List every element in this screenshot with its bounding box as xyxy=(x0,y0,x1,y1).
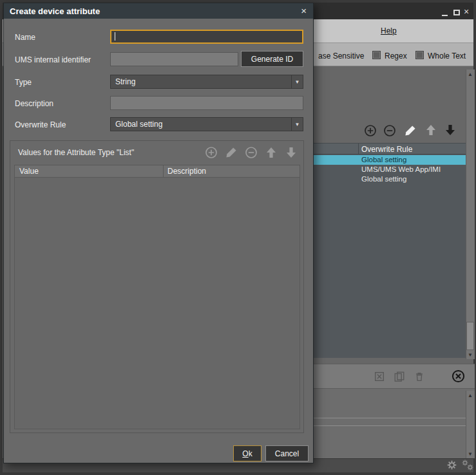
type-selected-value: String xyxy=(115,77,135,86)
cancel-label: Cancel xyxy=(275,449,299,458)
dialog-close-icon[interactable]: × xyxy=(301,5,307,16)
overwrite-rule-label: Overwrite Rule xyxy=(15,120,66,129)
table-row[interactable]: Global setting xyxy=(314,155,466,165)
overwrite-rule-select[interactable]: Global setting ▼ xyxy=(110,117,303,131)
delete-trash-icon[interactable] xyxy=(414,371,425,382)
generate-id-button[interactable]: Generate ID xyxy=(241,51,303,67)
name-label: Name xyxy=(15,33,35,42)
screen: × Help ase Sensitive Regex Whole Text O xyxy=(0,0,476,475)
chevron-down-icon[interactable]: ▼ xyxy=(291,118,303,131)
ums-identifier-input[interactable] xyxy=(110,52,238,66)
scrollbar-thumb[interactable] xyxy=(466,322,474,350)
ok-label: Ok xyxy=(242,449,252,458)
remove-icon[interactable] xyxy=(383,124,396,137)
overwrite-rule-column-header[interactable]: Overwrite Rule xyxy=(361,145,412,154)
edit-value-pencil-icon[interactable] xyxy=(225,146,238,159)
scrollbar[interactable] xyxy=(466,70,475,359)
column-divider[interactable] xyxy=(163,165,164,177)
move-up-icon[interactable] xyxy=(424,124,437,136)
ums-identifier-label: UMS internal identifier xyxy=(15,55,91,64)
help-button[interactable]: Help xyxy=(381,26,397,35)
generate-id-label: Generate ID xyxy=(251,55,293,64)
values-table-header: Value Description xyxy=(14,165,300,178)
add-value-icon[interactable] xyxy=(205,146,218,159)
description-column-header[interactable]: Description xyxy=(167,167,206,176)
scroll-down-icon[interactable]: ▼ xyxy=(466,449,475,458)
type-select[interactable]: String ▼ xyxy=(110,75,303,89)
table-header: Overwrite Rule xyxy=(314,143,466,154)
value-move-up-icon[interactable] xyxy=(265,146,278,159)
text-caret xyxy=(115,32,115,41)
move-down-icon[interactable] xyxy=(444,124,457,136)
dialog-title: Create device attribute xyxy=(10,6,100,16)
gear-icon xyxy=(467,464,473,470)
divider xyxy=(314,425,466,426)
row-text: Global setting xyxy=(361,175,406,183)
whole-text-label: Whole Text xyxy=(428,51,466,61)
row-text: UMS/UMS Web App/IMI xyxy=(361,165,441,173)
scroll-down-icon[interactable]: ▼ xyxy=(466,350,475,359)
values-table-body xyxy=(14,178,300,429)
gear-icon xyxy=(447,460,457,470)
chevron-down-icon[interactable]: ▼ xyxy=(291,75,303,88)
values-panel: Values for the Attribute Type "List" Val… xyxy=(10,140,304,433)
values-panel-title: Values for the Attribute Type "List" xyxy=(18,148,134,157)
column-divider xyxy=(358,144,359,155)
whole-text-checkbox[interactable] xyxy=(415,51,424,59)
copy-icon[interactable] xyxy=(394,371,405,382)
overwrite-rule-selected-value: Global setting xyxy=(115,120,162,129)
regex-label: Regex xyxy=(385,51,407,61)
description-input[interactable] xyxy=(110,96,303,110)
description-label: Description xyxy=(15,99,53,108)
row-text: Global setting xyxy=(361,156,406,163)
scroll-up-icon[interactable]: ▲ xyxy=(466,70,475,79)
edit-pencil-icon[interactable] xyxy=(404,124,417,137)
scroll-up-icon[interactable]: ▲ xyxy=(466,391,475,400)
regex-checkbox[interactable] xyxy=(372,51,381,59)
value-move-down-icon[interactable] xyxy=(285,146,298,159)
scrollbar[interactable] xyxy=(466,391,475,458)
lower-panel xyxy=(314,389,475,458)
minimize-icon[interactable] xyxy=(442,15,448,16)
remove-value-icon[interactable] xyxy=(245,146,258,159)
value-column-header[interactable]: Value xyxy=(19,167,39,176)
add-icon[interactable] xyxy=(364,124,377,137)
case-sensitive-label: ase Sensitive xyxy=(318,51,364,61)
cancel-circle-x-icon[interactable] xyxy=(452,369,465,383)
table-row[interactable]: UMS/UMS Web App/IMI xyxy=(314,165,466,174)
table-row[interactable]: Global setting xyxy=(314,174,466,184)
name-input[interactable] xyxy=(110,30,303,44)
clear-selection-icon[interactable] xyxy=(374,371,385,382)
table-body: Global setting UMS/UMS Web App/IMI Globa… xyxy=(314,154,466,358)
type-label: Type xyxy=(15,78,32,87)
dialog-titlebar: Create device attribute × xyxy=(4,3,313,19)
window-close-icon[interactable]: × xyxy=(464,6,469,17)
create-device-attribute-dialog: Create device attribute × Name UMS inter… xyxy=(3,3,314,463)
maximize-icon[interactable] xyxy=(453,10,460,15)
cancel-button[interactable]: Cancel xyxy=(265,445,309,461)
divider xyxy=(314,418,466,418)
ok-button[interactable]: Ok xyxy=(233,445,262,461)
